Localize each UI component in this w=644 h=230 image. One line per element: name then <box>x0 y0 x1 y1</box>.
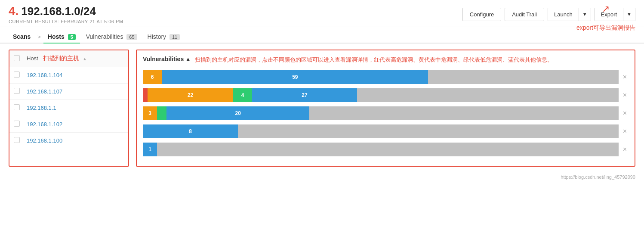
close-bar-button[interactable]: × <box>621 109 629 117</box>
history-badge: 11 <box>169 34 180 40</box>
bar-segment-info[interactable]: 20 <box>166 106 309 120</box>
vuln-badge: 65 <box>126 34 137 40</box>
host-list: 192.168.1.104 192.168.1.107 192.168.1.1 … <box>9 67 128 149</box>
bar-row: 22427× <box>143 88 629 102</box>
row-checkbox-cell <box>9 84 22 100</box>
host-column-header: Host 扫描到的主机 ▲ <box>22 50 128 67</box>
header-actions: Configure Audit Trail Launch ▼ Export ▼ … <box>462 8 635 21</box>
bar-row: 8× <box>143 124 629 138</box>
vuln-panel: Vulnerabilities ▲ 扫描到的主机对应的漏洞，点击不同颜色的区域可… <box>136 50 635 167</box>
sort-icon: ▲ <box>83 56 87 61</box>
row-checkbox[interactable] <box>14 88 20 94</box>
main-content: Host 扫描到的主机 ▲ 192.168.1.104 192.168.1.10… <box>0 44 644 173</box>
export-note: export可导出漏洞报告 <box>576 24 635 32</box>
tab-vulnerabilities[interactable]: Vulnerabilities 65 <box>82 31 142 44</box>
bar-segment-gray[interactable] <box>238 124 619 138</box>
header-left: 4. 192.168.1.0/24 CURRENT RESULTS: FEBRU… <box>9 4 123 24</box>
scan-target: 192.168.1.0/24 <box>21 5 96 18</box>
host-ip[interactable]: 192.168.1.100 <box>22 133 128 149</box>
tab-history[interactable]: History 11 <box>143 31 185 44</box>
table-row[interactable]: 192.168.1.1 <box>9 100 128 116</box>
bar-segment-info[interactable]: 1 <box>143 143 157 156</box>
host-column-note: 扫描到的主机 <box>43 55 79 62</box>
close-bar-button[interactable]: × <box>621 91 629 99</box>
host-ip[interactable]: 192.168.1.107 <box>22 84 128 100</box>
bar-container: 1 <box>143 143 619 156</box>
launch-button[interactable]: Launch <box>548 8 579 21</box>
bar-segment-info[interactable]: 27 <box>252 88 357 102</box>
nav-tabs: Scans > Hosts 5 Vulnerabilities 65 Histo… <box>0 27 644 44</box>
export-dropdown-arrow[interactable]: ▼ <box>623 8 635 21</box>
close-bar-button[interactable]: × <box>621 127 629 135</box>
bar-segment-gray[interactable] <box>157 143 618 156</box>
vuln-annotation: 扫描到的主机对应的漏洞，点击不同颜色的区域可以进入查看漏洞详情，红代表高危漏洞、… <box>195 56 553 64</box>
bar-segment-info[interactable]: 8 <box>143 124 238 138</box>
bar-segment-medium[interactable]: 4 <box>233 88 252 102</box>
bar-container: 8 <box>143 124 619 138</box>
row-checkbox[interactable] <box>14 137 20 143</box>
launch-button-group: Launch ▼ <box>548 8 591 21</box>
host-panel: Host 扫描到的主机 ▲ 192.168.1.104 192.168.1.10… <box>9 50 129 167</box>
bar-row: 659× <box>143 70 629 84</box>
nav-separator: > <box>37 34 41 40</box>
vuln-sort-icon: ▲ <box>185 56 191 62</box>
table-row[interactable]: 192.168.1.104 <box>9 67 128 84</box>
row-checkbox[interactable] <box>14 121 20 127</box>
scan-number: 4. <box>9 4 18 18</box>
bar-container: 320 <box>143 106 619 120</box>
hosts-badge: 5 <box>68 34 76 40</box>
export-button-group: Export ▼ <box>595 8 635 21</box>
bar-segment-high[interactable]: 3 <box>143 106 157 120</box>
tab-hosts[interactable]: Hosts 5 <box>43 31 80 44</box>
tab-scans[interactable]: Scans <box>9 31 35 44</box>
select-all-checkbox[interactable] <box>14 55 20 61</box>
bar-segment-high[interactable]: 6 <box>143 70 162 84</box>
audit-trail-button[interactable]: Audit Trail <box>505 8 544 21</box>
header: 4. 192.168.1.0/24 CURRENT RESULTS: FEBRU… <box>0 0 644 27</box>
bar-segment-high[interactable]: 22 <box>148 88 233 102</box>
host-ip[interactable]: 192.168.1.1 <box>22 100 128 116</box>
table-row[interactable]: 192.168.1.102 <box>9 116 128 133</box>
configure-button[interactable]: Configure <box>462 8 501 21</box>
export-arrow-icon: ↗ <box>602 3 610 15</box>
vuln-bars: 659×22427×320×8×1× <box>143 70 629 156</box>
table-row[interactable]: 192.168.1.100 <box>9 133 128 149</box>
row-checkbox-cell <box>9 116 22 133</box>
bar-segment-critical[interactable] <box>143 88 148 102</box>
footer-url: https://blog.csdn.net/ling_45792090 <box>0 173 644 181</box>
host-ip[interactable]: 192.168.1.104 <box>22 67 128 84</box>
host-ip[interactable]: 192.168.1.102 <box>22 116 128 133</box>
row-checkbox[interactable] <box>14 104 20 110</box>
row-checkbox[interactable] <box>14 71 20 78</box>
launch-dropdown-arrow[interactable]: ▼ <box>579 8 591 21</box>
bar-segment-gray[interactable] <box>357 88 619 102</box>
bar-segment-medium[interactable] <box>157 106 166 120</box>
bar-segment-gray[interactable] <box>428 70 618 84</box>
row-checkbox-cell <box>9 67 22 84</box>
bar-container: 659 <box>143 70 619 84</box>
row-checkbox-cell <box>9 133 22 149</box>
header-subtitle: CURRENT RESULTS: FEBRUARY 21 AT 5:06 PM <box>9 19 123 24</box>
table-row[interactable]: 192.168.1.107 <box>9 84 128 100</box>
vuln-panel-title: Vulnerabilities <box>143 56 184 62</box>
bar-row: 1× <box>143 143 629 156</box>
row-checkbox-cell <box>9 100 22 116</box>
export-area: Export ▼ ↗ export可导出漏洞报告 <box>595 8 635 21</box>
select-all-cell <box>9 50 22 67</box>
bar-segment-gray[interactable] <box>309 106 619 120</box>
bar-container: 22427 <box>143 88 619 102</box>
header-title: 4. 192.168.1.0/24 <box>9 4 123 18</box>
bar-row: 320× <box>143 106 629 120</box>
close-bar-button[interactable]: × <box>621 146 629 153</box>
host-table: Host 扫描到的主机 ▲ 192.168.1.104 192.168.1.10… <box>9 50 128 149</box>
close-bar-button[interactable]: × <box>621 73 629 81</box>
bar-segment-info[interactable]: 59 <box>162 70 428 84</box>
vuln-header: Vulnerabilities ▲ 扫描到的主机对应的漏洞，点击不同颜色的区域可… <box>143 56 629 64</box>
